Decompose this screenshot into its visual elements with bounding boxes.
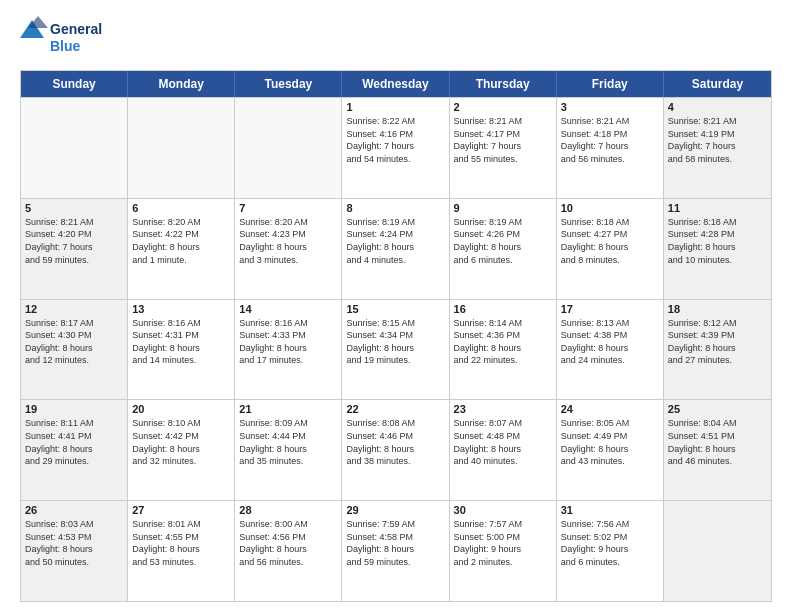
day-number: 31 — [561, 504, 659, 516]
day-number: 26 — [25, 504, 123, 516]
calendar-cell: 17Sunrise: 8:13 AM Sunset: 4:38 PM Dayli… — [557, 300, 664, 400]
day-info: Sunrise: 8:11 AM Sunset: 4:41 PM Dayligh… — [25, 417, 123, 467]
day-info: Sunrise: 8:18 AM Sunset: 4:27 PM Dayligh… — [561, 216, 659, 266]
weekday-header: Wednesday — [342, 71, 449, 97]
logo: General Blue — [20, 16, 120, 60]
calendar-week: 5Sunrise: 8:21 AM Sunset: 4:20 PM Daylig… — [21, 198, 771, 299]
calendar-cell: 6Sunrise: 8:20 AM Sunset: 4:22 PM Daylig… — [128, 199, 235, 299]
weekday-header: Thursday — [450, 71, 557, 97]
calendar-cell — [235, 98, 342, 198]
day-info: Sunrise: 7:57 AM Sunset: 5:00 PM Dayligh… — [454, 518, 552, 568]
day-info: Sunrise: 8:19 AM Sunset: 4:26 PM Dayligh… — [454, 216, 552, 266]
calendar-cell: 12Sunrise: 8:17 AM Sunset: 4:30 PM Dayli… — [21, 300, 128, 400]
calendar-cell — [664, 501, 771, 601]
day-number: 9 — [454, 202, 552, 214]
calendar-cell: 13Sunrise: 8:16 AM Sunset: 4:31 PM Dayli… — [128, 300, 235, 400]
calendar-body: 1Sunrise: 8:22 AM Sunset: 4:16 PM Daylig… — [21, 97, 771, 601]
day-number: 1 — [346, 101, 444, 113]
day-number: 13 — [132, 303, 230, 315]
weekday-header: Tuesday — [235, 71, 342, 97]
day-number: 7 — [239, 202, 337, 214]
calendar-cell: 23Sunrise: 8:07 AM Sunset: 4:48 PM Dayli… — [450, 400, 557, 500]
day-number: 29 — [346, 504, 444, 516]
day-number: 8 — [346, 202, 444, 214]
logo-text: General Blue — [20, 16, 120, 60]
calendar-cell: 24Sunrise: 8:05 AM Sunset: 4:49 PM Dayli… — [557, 400, 664, 500]
day-number: 15 — [346, 303, 444, 315]
calendar-cell: 29Sunrise: 7:59 AM Sunset: 4:58 PM Dayli… — [342, 501, 449, 601]
calendar: SundayMondayTuesdayWednesdayThursdayFrid… — [20, 70, 772, 602]
svg-text:Blue: Blue — [50, 38, 81, 54]
day-number: 20 — [132, 403, 230, 415]
logo-svg: General Blue — [20, 16, 120, 60]
day-info: Sunrise: 8:08 AM Sunset: 4:46 PM Dayligh… — [346, 417, 444, 467]
day-number: 11 — [668, 202, 767, 214]
day-number: 18 — [668, 303, 767, 315]
day-info: Sunrise: 8:17 AM Sunset: 4:30 PM Dayligh… — [25, 317, 123, 367]
day-info: Sunrise: 8:10 AM Sunset: 4:42 PM Dayligh… — [132, 417, 230, 467]
day-info: Sunrise: 8:07 AM Sunset: 4:48 PM Dayligh… — [454, 417, 552, 467]
calendar-cell: 3Sunrise: 8:21 AM Sunset: 4:18 PM Daylig… — [557, 98, 664, 198]
day-number: 23 — [454, 403, 552, 415]
day-number: 5 — [25, 202, 123, 214]
calendar-cell: 11Sunrise: 8:18 AM Sunset: 4:28 PM Dayli… — [664, 199, 771, 299]
weekday-header: Monday — [128, 71, 235, 97]
day-number: 24 — [561, 403, 659, 415]
calendar-cell: 22Sunrise: 8:08 AM Sunset: 4:46 PM Dayli… — [342, 400, 449, 500]
calendar-cell — [128, 98, 235, 198]
day-info: Sunrise: 8:19 AM Sunset: 4:24 PM Dayligh… — [346, 216, 444, 266]
day-number: 21 — [239, 403, 337, 415]
day-info: Sunrise: 8:03 AM Sunset: 4:53 PM Dayligh… — [25, 518, 123, 568]
calendar-cell — [21, 98, 128, 198]
page: General Blue SundayMondayTuesdayWednesda… — [0, 0, 792, 612]
day-info: Sunrise: 8:21 AM Sunset: 4:20 PM Dayligh… — [25, 216, 123, 266]
day-number: 17 — [561, 303, 659, 315]
day-number: 12 — [25, 303, 123, 315]
day-info: Sunrise: 8:21 AM Sunset: 4:18 PM Dayligh… — [561, 115, 659, 165]
header: General Blue — [20, 16, 772, 60]
day-info: Sunrise: 8:21 AM Sunset: 4:17 PM Dayligh… — [454, 115, 552, 165]
weekday-header: Sunday — [21, 71, 128, 97]
calendar-cell: 14Sunrise: 8:16 AM Sunset: 4:33 PM Dayli… — [235, 300, 342, 400]
day-number: 10 — [561, 202, 659, 214]
day-number: 22 — [346, 403, 444, 415]
day-info: Sunrise: 8:18 AM Sunset: 4:28 PM Dayligh… — [668, 216, 767, 266]
calendar-cell: 15Sunrise: 8:15 AM Sunset: 4:34 PM Dayli… — [342, 300, 449, 400]
day-number: 30 — [454, 504, 552, 516]
day-info: Sunrise: 8:22 AM Sunset: 4:16 PM Dayligh… — [346, 115, 444, 165]
calendar-cell: 18Sunrise: 8:12 AM Sunset: 4:39 PM Dayli… — [664, 300, 771, 400]
calendar-week: 12Sunrise: 8:17 AM Sunset: 4:30 PM Dayli… — [21, 299, 771, 400]
day-number: 16 — [454, 303, 552, 315]
calendar-cell: 5Sunrise: 8:21 AM Sunset: 4:20 PM Daylig… — [21, 199, 128, 299]
calendar-cell: 28Sunrise: 8:00 AM Sunset: 4:56 PM Dayli… — [235, 501, 342, 601]
weekday-header: Friday — [557, 71, 664, 97]
day-info: Sunrise: 8:12 AM Sunset: 4:39 PM Dayligh… — [668, 317, 767, 367]
day-info: Sunrise: 8:15 AM Sunset: 4:34 PM Dayligh… — [346, 317, 444, 367]
day-info: Sunrise: 8:05 AM Sunset: 4:49 PM Dayligh… — [561, 417, 659, 467]
calendar-cell: 2Sunrise: 8:21 AM Sunset: 4:17 PM Daylig… — [450, 98, 557, 198]
day-info: Sunrise: 8:04 AM Sunset: 4:51 PM Dayligh… — [668, 417, 767, 467]
day-info: Sunrise: 8:21 AM Sunset: 4:19 PM Dayligh… — [668, 115, 767, 165]
day-info: Sunrise: 8:01 AM Sunset: 4:55 PM Dayligh… — [132, 518, 230, 568]
day-number: 28 — [239, 504, 337, 516]
calendar-cell: 8Sunrise: 8:19 AM Sunset: 4:24 PM Daylig… — [342, 199, 449, 299]
day-number: 25 — [668, 403, 767, 415]
calendar-cell: 20Sunrise: 8:10 AM Sunset: 4:42 PM Dayli… — [128, 400, 235, 500]
day-number: 14 — [239, 303, 337, 315]
calendar-week: 19Sunrise: 8:11 AM Sunset: 4:41 PM Dayli… — [21, 399, 771, 500]
svg-text:General: General — [50, 21, 102, 37]
calendar-cell: 30Sunrise: 7:57 AM Sunset: 5:00 PM Dayli… — [450, 501, 557, 601]
day-info: Sunrise: 8:16 AM Sunset: 4:33 PM Dayligh… — [239, 317, 337, 367]
day-info: Sunrise: 7:59 AM Sunset: 4:58 PM Dayligh… — [346, 518, 444, 568]
day-number: 6 — [132, 202, 230, 214]
day-info: Sunrise: 8:14 AM Sunset: 4:36 PM Dayligh… — [454, 317, 552, 367]
calendar-cell: 27Sunrise: 8:01 AM Sunset: 4:55 PM Dayli… — [128, 501, 235, 601]
calendar-cell: 26Sunrise: 8:03 AM Sunset: 4:53 PM Dayli… — [21, 501, 128, 601]
calendar-cell: 25Sunrise: 8:04 AM Sunset: 4:51 PM Dayli… — [664, 400, 771, 500]
day-info: Sunrise: 8:16 AM Sunset: 4:31 PM Dayligh… — [132, 317, 230, 367]
day-number: 19 — [25, 403, 123, 415]
day-info: Sunrise: 8:00 AM Sunset: 4:56 PM Dayligh… — [239, 518, 337, 568]
calendar-cell: 1Sunrise: 8:22 AM Sunset: 4:16 PM Daylig… — [342, 98, 449, 198]
day-info: Sunrise: 8:13 AM Sunset: 4:38 PM Dayligh… — [561, 317, 659, 367]
day-number: 2 — [454, 101, 552, 113]
